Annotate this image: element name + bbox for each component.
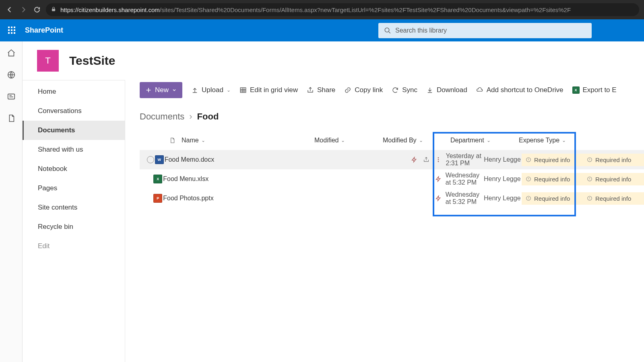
svg-point-5: [438, 157, 439, 158]
col-expense-type[interactable]: Expense Type⌄: [519, 137, 587, 144]
info-icon: [587, 195, 592, 201]
nav-edit[interactable]: Edit: [23, 237, 125, 256]
search-icon: [384, 27, 391, 34]
nav-notebook[interactable]: Notebook: [23, 159, 125, 179]
chevron-down-icon: ⌄: [341, 138, 345, 143]
table-row[interactable]: P Food Photos.pptx Wednesday at 5:32 PM …: [140, 189, 644, 208]
info-icon: [526, 176, 531, 182]
onedrive-icon: [476, 86, 483, 94]
link-icon: [344, 86, 351, 94]
info-icon: [587, 176, 592, 182]
cmd-copy-link[interactable]: Copy link: [344, 86, 383, 94]
chevron-down-icon: ⌄: [201, 138, 205, 143]
select-circle[interactable]: [147, 156, 154, 163]
news-icon[interactable]: [7, 92, 16, 101]
home-icon[interactable]: [7, 49, 16, 58]
col-modified-by[interactable]: Modified By⌄: [383, 137, 450, 144]
browser-chrome: https://citizenbuilders.sharepoint.com/s…: [0, 0, 644, 19]
breadcrumb-current: Food: [197, 111, 219, 122]
modified-by-cell[interactable]: Henry Legge: [484, 175, 522, 183]
modified-cell: Wednesday at 5:32 PM: [446, 191, 484, 206]
side-nav: Home Conversations Documents Shared with…: [23, 80, 125, 362]
col-modified[interactable]: Modified⌄: [314, 137, 383, 144]
table-row[interactable]: X Food Menu.xlsx Wednesday at 5:32 PM He…: [140, 169, 644, 189]
svg-point-6: [438, 159, 439, 160]
powerpoint-icon: P: [153, 194, 162, 203]
col-department[interactable]: Department⌄: [450, 137, 519, 144]
sync-icon: [392, 86, 399, 94]
col-name[interactable]: Name⌄: [182, 137, 314, 144]
site-logo[interactable]: T: [37, 50, 59, 72]
file-icon[interactable]: [7, 114, 16, 123]
url-host: https://citizenbuilders.sharepoint.com: [60, 6, 160, 13]
search-placeholder: Search this library: [395, 27, 447, 34]
app-rail: [0, 41, 23, 362]
url-path: /sites/TestSite/Shared%20Documents/Forms…: [160, 6, 571, 13]
required-badge[interactable]: Required info: [583, 154, 644, 166]
cmd-add-shortcut[interactable]: Add shortcut to OneDrive: [476, 86, 564, 94]
chevron-down-icon: ⌄: [419, 138, 423, 143]
nav-site-contents[interactable]: Site contents: [23, 198, 125, 217]
required-badge[interactable]: Required info: [583, 192, 644, 205]
svg-point-7: [438, 161, 439, 162]
chevron-right-icon: ›: [189, 111, 192, 122]
reload-button[interactable]: [32, 5, 42, 14]
cmd-new-button[interactable]: New: [140, 82, 182, 98]
modified-by-cell[interactable]: Henry Legge: [484, 156, 522, 163]
nav-documents[interactable]: Documents: [23, 121, 125, 140]
grid-icon: [239, 86, 247, 94]
file-name[interactable]: Food Menu.xlsx: [163, 175, 208, 183]
attention-icon[interactable]: [435, 176, 442, 182]
nav-conversations[interactable]: Conversations: [23, 101, 125, 121]
suite-name[interactable]: SharePoint: [25, 26, 63, 35]
cmd-sync[interactable]: Sync: [392, 86, 417, 94]
nav-pages[interactable]: Pages: [23, 179, 125, 198]
svg-point-1: [385, 28, 389, 32]
nav-home[interactable]: Home: [23, 82, 125, 101]
table-row[interactable]: W Food Memo.docx Yesterday at 2:31 PM He…: [140, 150, 644, 169]
excel-icon: X: [572, 86, 580, 94]
plus-icon: [145, 87, 152, 93]
required-badge[interactable]: Required info: [583, 173, 644, 185]
search-input[interactable]: Search this library: [378, 23, 592, 38]
chevron-down-icon: [172, 88, 177, 93]
modified-by-cell[interactable]: Henry Legge: [484, 195, 522, 202]
cmd-share[interactable]: Share: [307, 86, 335, 94]
share-icon[interactable]: [423, 156, 429, 163]
attention-icon[interactable]: [435, 195, 442, 202]
cmd-upload[interactable]: Upload⌄: [191, 86, 231, 94]
suite-bar: SharePoint Search this library: [0, 19, 644, 41]
required-badge[interactable]: Required info: [522, 154, 583, 166]
more-icon[interactable]: [435, 156, 442, 163]
app-launcher-icon[interactable]: [8, 27, 16, 35]
globe-icon[interactable]: [7, 70, 16, 79]
lock-icon: [51, 6, 56, 13]
nav-shared[interactable]: Shared with us: [23, 140, 125, 159]
info-icon: [526, 157, 531, 162]
forward-button[interactable]: [19, 5, 28, 14]
filetype-header-icon[interactable]: [163, 136, 182, 144]
attention-icon[interactable]: [411, 156, 417, 163]
info-icon: [526, 195, 531, 201]
required-badge[interactable]: Required info: [522, 192, 583, 205]
download-icon: [426, 86, 433, 94]
breadcrumb-parent[interactable]: Documents: [140, 111, 184, 122]
chevron-down-icon: ⌄: [487, 138, 491, 143]
nav-recycle[interactable]: Recycle bin: [23, 217, 125, 237]
svg-rect-4: [240, 88, 246, 93]
file-name[interactable]: Food Memo.docx: [165, 156, 215, 163]
chevron-down-icon: ⌄: [562, 138, 566, 143]
modified-cell: Yesterday at 2:31 PM: [446, 152, 484, 167]
file-name[interactable]: Food Photos.pptx: [163, 195, 213, 202]
cmd-download[interactable]: Download: [426, 86, 467, 94]
url-bar[interactable]: https://citizenbuilders.sharepoint.com/s…: [46, 3, 639, 16]
back-button[interactable]: [5, 5, 14, 14]
info-icon: [587, 157, 592, 162]
svg-rect-0: [52, 8, 55, 11]
cmd-edit-grid[interactable]: Edit in grid view: [239, 86, 298, 94]
required-badge[interactable]: Required info: [522, 173, 583, 185]
command-bar: New Upload⌄ Edit in grid view Share Copy…: [140, 80, 644, 99]
modified-cell: Wednesday at 5:32 PM: [446, 172, 484, 186]
cmd-export[interactable]: XExport to E: [572, 86, 617, 94]
site-title[interactable]: TestSite: [69, 54, 115, 68]
